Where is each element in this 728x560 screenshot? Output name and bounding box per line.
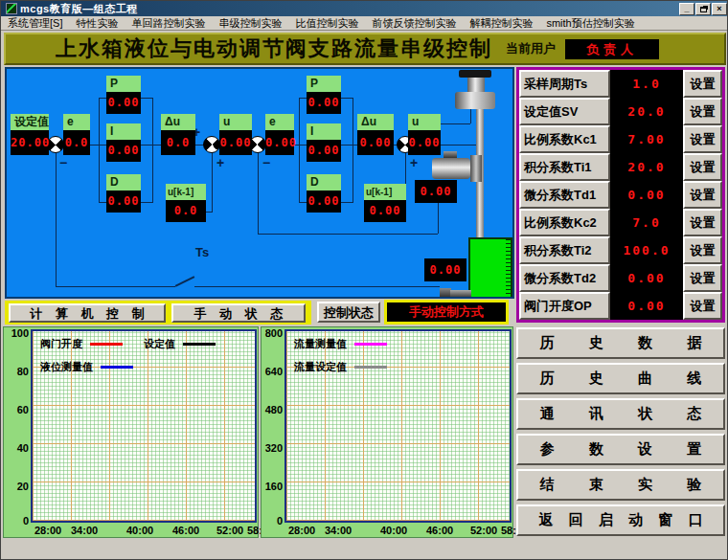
block-label: D (106, 174, 141, 190)
minus-sign: − (59, 157, 67, 168)
legend-line-swatch (354, 343, 387, 346)
param-value: 20.0 (610, 153, 683, 181)
param-settings-button[interactable]: 参 数 设 置 (516, 434, 725, 465)
param-set-button[interactable]: 设置 (683, 264, 722, 292)
menu-item-single-loop[interactable]: 单回路控制实验 (125, 16, 212, 31)
loop2-p-block: P 0.00 (307, 76, 341, 114)
end-experiment-button[interactable]: 结 束 实 验 (516, 469, 725, 501)
loop1-i-block: I 0.00 (106, 123, 141, 162)
title-bar: mcgs教育版—组态工程 _ × (1, 1, 728, 16)
history-curve-button[interactable]: 历 史 曲 线 (516, 363, 725, 394)
computer-control-button[interactable]: 计 算 机 控 制 (9, 303, 166, 323)
param-value: 20.0 (610, 98, 683, 125)
legend-label: 液位测量值 (40, 360, 93, 374)
legend-line-swatch (101, 366, 133, 369)
parameter-panel: 采样周期Ts 1.0 设置 设定值SV 20.0 设置 比例系数Kc1 7.00… (516, 67, 725, 323)
history-data-button[interactable]: 历 史 数 据 (516, 327, 725, 359)
electric-valve-icon (459, 70, 491, 78)
connector-line (56, 153, 57, 286)
x-axis-tick: 52:00 (216, 525, 243, 536)
manual-state-button[interactable]: 手 动 状 态 (171, 303, 306, 323)
param-value: 7.0 (610, 209, 683, 236)
legend-label: 阀门开度 (40, 337, 82, 351)
param-set-button[interactable]: 设置 (683, 181, 722, 209)
block-label: u[k-1] (166, 184, 206, 200)
param-label: 微分系数Td2 (519, 264, 610, 292)
x-axis-tick: 46:00 (172, 525, 199, 536)
block-value: 0.00 (364, 200, 406, 222)
control-valve-icon (432, 158, 470, 179)
mcgs-logo-icon (6, 3, 17, 14)
menu-item-feedforward[interactable]: 前馈反馈控制实验 (365, 16, 463, 31)
block-label: I (106, 123, 141, 140)
loop2-i-block: I 0.00 (307, 123, 341, 162)
control-mode-bar: 计 算 机 控 制 手 动 状 态 (5, 301, 311, 325)
block-value: 0.00 (307, 140, 341, 162)
loop1-u-block: u 0.00 (219, 114, 252, 155)
menu-item-cascade[interactable]: 串级控制实验 (212, 16, 288, 31)
param-set-button[interactable]: 设置 (683, 70, 722, 98)
block-value: 0.00 (106, 92, 141, 114)
close-button[interactable]: × (712, 3, 727, 15)
param-set-button[interactable]: 设置 (683, 125, 722, 153)
loop2-d-block: D 0.00 (307, 174, 341, 213)
param-label: 采样周期Ts (519, 70, 610, 98)
legend-line-swatch (354, 366, 387, 369)
legend-line-swatch (90, 343, 123, 346)
menu-item-system[interactable]: 系统管理[S] (1, 16, 69, 31)
connector-line (441, 123, 470, 124)
param-set-button[interactable]: 设置 (683, 153, 722, 181)
connector-line (258, 234, 438, 235)
connector-line (99, 98, 100, 203)
block-label: Δu (357, 114, 394, 130)
param-set-button[interactable]: 设置 (683, 209, 722, 236)
return-start-window-button[interactable]: 返 回 启 动 窗 口 (516, 504, 725, 536)
legend-label: 设定值 (144, 337, 175, 351)
x-axis-tick: 46:00 (426, 525, 453, 536)
param-label: 比例系数Kc1 (519, 125, 610, 153)
plot-area: 阀门开度 设定值 液位测量值 (31, 329, 257, 523)
minimize-button[interactable]: _ (679, 3, 694, 15)
param-row: 比例系数Kc2 7.0 设置 (519, 209, 722, 236)
block-value: 20.00 (11, 130, 49, 155)
menu-item-decoupling[interactable]: 解耦控制实验 (463, 16, 539, 31)
connector-line (152, 98, 153, 203)
restore-icon (700, 7, 707, 12)
block-label: P (307, 76, 341, 92)
param-row: 积分系数Ti1 20.0 设置 (519, 153, 722, 181)
param-set-button[interactable]: 设置 (683, 292, 722, 320)
menu-item-ratio[interactable]: 比值控制实验 (288, 16, 365, 31)
x-axis-tick: 40:00 (126, 525, 153, 536)
param-set-button[interactable]: 设置 (683, 236, 722, 264)
loop2-u-block: u 0.00 (408, 114, 441, 155)
connector-line (258, 153, 259, 234)
menu-item-smith[interactable]: smith预估控制实验 (539, 16, 641, 31)
nav-button-panel: 历 史 数 据 历 史 曲 线 通 讯 状 态 参 数 设 置 结 束 实 验 … (516, 327, 725, 540)
y-axis-tick: 480 (262, 404, 283, 415)
electric-valve-icon (455, 92, 495, 109)
level-trend-chart: 100 80 60 40 20 0 阀门开度 设定值 液位测量值 28:00 3 (3, 326, 259, 538)
block-label: e (265, 114, 294, 130)
param-value: 100.0 (610, 236, 683, 264)
connector-line (56, 286, 175, 287)
block-label: 设定值 (11, 114, 49, 130)
connector-line (470, 109, 471, 123)
param-label: 微分系数Td1 (519, 181, 610, 209)
connector-line (438, 203, 439, 234)
param-value: 0.00 (610, 264, 683, 292)
block-label: D (307, 174, 341, 190)
param-row: 微分系数Td2 0.00 设置 (519, 264, 722, 292)
legend-label: 流量测量值 (294, 337, 347, 351)
connector-line (299, 98, 300, 203)
block-label: e (63, 114, 90, 130)
block-value: 0.00 (408, 130, 441, 155)
param-label: 阀门开度OP (519, 292, 610, 320)
menu-item-characteristic[interactable]: 特性实验 (69, 16, 125, 31)
param-label: 设定值SV (519, 98, 610, 125)
param-value: 0.00 (610, 292, 683, 320)
comm-status-button[interactable]: 通 讯 状 态 (516, 398, 725, 430)
param-set-button[interactable]: 设置 (683, 98, 722, 125)
legend-line-swatch (183, 343, 216, 346)
param-value: 1.0 (610, 70, 683, 98)
restore-button[interactable] (695, 3, 711, 15)
